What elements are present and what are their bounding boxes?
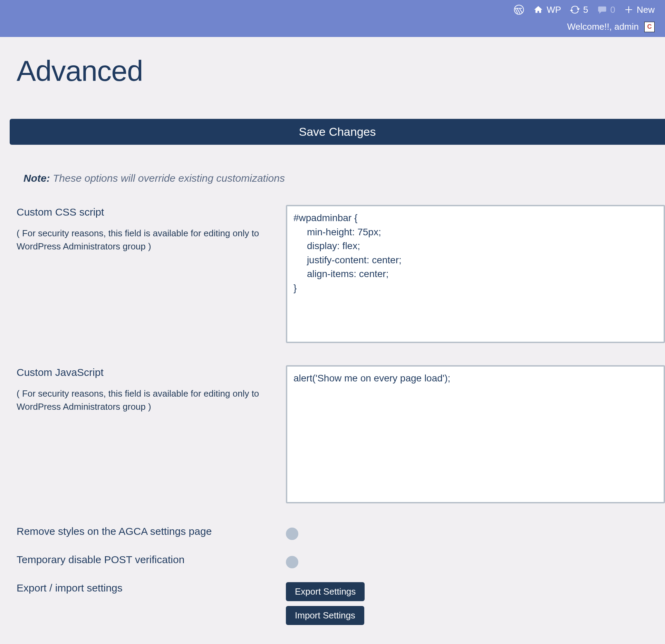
custom-js-textarea[interactable] xyxy=(286,365,665,503)
note-text: These options will override existing cus… xyxy=(53,172,285,184)
row-custom-css: Custom CSS script ( For security reasons… xyxy=(17,205,665,344)
remove-styles-toggle[interactable] xyxy=(286,528,298,540)
site-name-label: WP xyxy=(547,4,561,15)
page-content: Advanced Save Changes Note: These option… xyxy=(0,37,665,644)
note-line: Note: These options will override existi… xyxy=(23,172,665,184)
sublabel-custom-js: ( For security reasons, this field is av… xyxy=(17,387,272,413)
admin-bar-row-top: WP 5 0 New xyxy=(513,4,655,15)
comments-count: 0 xyxy=(610,4,615,15)
export-settings-button[interactable]: Export Settings xyxy=(286,582,365,601)
label-remove-styles: Remove styles on the AGCA settings page xyxy=(17,525,272,537)
admin-bar: WP 5 0 New Welcome!!, admin C xyxy=(0,0,665,37)
field-col-custom-css xyxy=(286,205,665,344)
site-link[interactable]: WP xyxy=(533,4,561,15)
avatar: C xyxy=(644,22,655,32)
row-disable-post-verify: Temporary disable POST verification xyxy=(17,554,665,568)
comments-link[interactable]: 0 xyxy=(597,4,615,15)
label-col-disable-post-verify: Temporary disable POST verification xyxy=(17,554,272,566)
label-col-export-import: Export / import settings xyxy=(17,582,272,594)
row-export-import: Export / import settings Export Settings… xyxy=(17,582,665,630)
welcome-text: Welcome!!, admin xyxy=(567,21,639,32)
label-disable-post-verify: Temporary disable POST verification xyxy=(17,554,272,566)
field-col-export-import: Export Settings Import Settings xyxy=(286,582,665,630)
new-content-label: New xyxy=(637,4,655,15)
field-col-remove-styles xyxy=(286,525,665,540)
avatar-letter: C xyxy=(647,23,652,30)
updates-link[interactable]: 5 xyxy=(570,4,588,15)
import-settings-button[interactable]: Import Settings xyxy=(286,606,364,625)
updates-count: 5 xyxy=(583,4,588,15)
row-remove-styles: Remove styles on the AGCA settings page xyxy=(17,525,665,540)
field-col-custom-js xyxy=(286,365,665,505)
wordpress-logo-icon xyxy=(513,4,524,15)
sublabel-custom-css: ( For security reasons, this field is av… xyxy=(17,227,272,253)
note-prefix: Note: xyxy=(23,172,50,184)
custom-css-textarea[interactable] xyxy=(286,205,665,343)
save-changes-label: Save Changes xyxy=(299,125,376,139)
disable-post-verify-toggle[interactable] xyxy=(286,556,298,568)
wordpress-logo-menu[interactable] xyxy=(513,4,524,15)
label-custom-js: Custom JavaScript xyxy=(17,367,272,378)
label-export-import: Export / import settings xyxy=(17,582,272,594)
save-changes-button[interactable]: Save Changes xyxy=(10,119,665,145)
field-col-disable-post-verify xyxy=(286,554,665,568)
label-col-custom-js: Custom JavaScript ( For security reasons… xyxy=(17,365,272,422)
label-col-remove-styles: Remove styles on the AGCA settings page xyxy=(17,525,272,537)
label-custom-css: Custom CSS script xyxy=(17,206,272,218)
updates-icon xyxy=(570,5,580,15)
home-icon xyxy=(533,5,543,15)
row-custom-js: Custom JavaScript ( For security reasons… xyxy=(17,365,665,505)
page-title: Advanced xyxy=(17,54,665,88)
admin-bar-row-bottom: Welcome!!, admin C xyxy=(567,21,655,32)
comments-icon xyxy=(597,5,607,15)
account-link[interactable]: Welcome!!, admin C xyxy=(567,21,655,32)
plus-icon xyxy=(624,5,633,14)
new-content-link[interactable]: New xyxy=(624,4,655,15)
label-col-custom-css: Custom CSS script ( For security reasons… xyxy=(17,205,272,262)
